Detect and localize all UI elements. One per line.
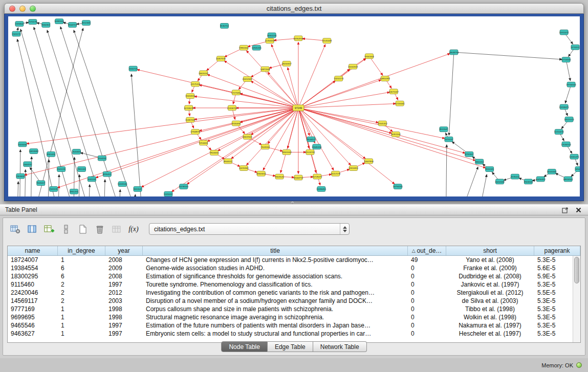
column-header-short[interactable]: short — [446, 246, 534, 255]
table-cell: Jankovic et al. (1997) — [446, 281, 534, 288]
chevron-up-icon — [343, 226, 347, 229]
svg-text:16648794: 16648794 — [449, 51, 459, 54]
table-row[interactable]: 1830029562008Estimation of significance … — [8, 272, 580, 280]
table-cell: Corpus callosum shape and size in male p… — [143, 305, 408, 313]
function-builder-icon[interactable]: f(x) — [127, 223, 140, 235]
svg-text:19416921: 19416921 — [185, 95, 195, 97]
table-cell: 0 — [408, 297, 446, 304]
column-header-year[interactable]: year — [105, 246, 143, 255]
table-selector-combo[interactable]: citations_edges.txt — [149, 223, 350, 235]
table-cell: Embryonic stem cells: a model to study s… — [143, 330, 408, 337]
table-row[interactable]: 911546021997Tourette syndrome. Phenomeno… — [8, 280, 580, 289]
combo-stepper-icon[interactable] — [340, 224, 349, 234]
svg-text:7679197: 7679197 — [445, 138, 453, 141]
svg-text:15184451: 15184451 — [316, 188, 326, 190]
svg-text:14850393: 14850393 — [380, 77, 390, 80]
column-header-name[interactable]: name — [8, 246, 58, 255]
svg-text:17275811: 17275811 — [231, 92, 241, 94]
svg-text:2060591: 2060591 — [24, 163, 32, 166]
svg-text:10220341: 10220341 — [239, 167, 249, 169]
svg-text:3012405: 3012405 — [82, 21, 91, 24]
svg-text:1590842: 1590842 — [15, 23, 24, 25]
table-row[interactable]: 1938455462009Genome-wide association stu… — [8, 264, 580, 272]
table-cell: Tibbo et al. (1998) — [446, 305, 534, 313]
svg-text:8561420: 8561420 — [47, 153, 55, 156]
svg-text:15958471: 15958471 — [559, 106, 570, 108]
create-column-icon[interactable] — [43, 223, 55, 235]
column-header-out_de[interactable]: △out_de… — [408, 246, 446, 255]
delete-column-icon[interactable] — [60, 223, 72, 235]
table-row[interactable]: 977716911998Corpus callosum shape and si… — [8, 305, 580, 313]
show-columns-icon[interactable] — [26, 223, 38, 235]
svg-text:9530494: 9530494 — [232, 122, 241, 125]
network-window: citations_edges.txt 11545408169649501226… — [4, 3, 584, 201]
svg-text:8130714: 8130714 — [220, 25, 229, 27]
table-cell: 1998 — [105, 314, 143, 321]
svg-text:14407034: 14407034 — [216, 57, 226, 60]
svg-text:16901231: 16901231 — [267, 34, 277, 37]
svg-text:20012061: 20012061 — [243, 78, 253, 80]
undock-panel-icon[interactable] — [560, 206, 570, 214]
svg-text:9245012: 9245012 — [164, 193, 173, 195]
table-cell: Changes of HCN gene expression and I(f) … — [143, 256, 408, 264]
delete-table-icon[interactable] — [94, 223, 106, 235]
table-cell: 1997 — [105, 322, 143, 329]
tab-node-table[interactable]: Node Table — [221, 341, 268, 352]
table-cell: 2008 — [105, 256, 143, 264]
close-window-icon[interactable] — [9, 6, 15, 12]
network-canvas[interactable]: 1154540816964950122640531986160214407034… — [8, 16, 580, 196]
tab-network-table[interactable]: Network Table — [313, 341, 367, 352]
table-toolbar: f(x) — [9, 222, 140, 236]
svg-text:15345194: 15345194 — [312, 146, 322, 148]
tab-edge-table[interactable]: Edge Table — [268, 341, 313, 352]
import-table-icon[interactable] — [111, 223, 123, 235]
svg-text:1861205: 1861205 — [70, 190, 78, 193]
minimize-window-icon[interactable] — [19, 6, 26, 12]
table-settings-icon[interactable] — [9, 223, 21, 235]
scrollbar-thumb[interactable] — [574, 257, 579, 283]
table-cell: 0 — [408, 289, 446, 296]
column-header-pagerank[interactable]: pagerank — [534, 246, 580, 255]
table-panel-body: f(x) citations_edges.txt namein_degreeye… — [3, 217, 585, 356]
svg-text:9105034: 9105034 — [18, 143, 27, 146]
table-row[interactable]: 946554611997Estimation of the future num… — [8, 321, 580, 330]
svg-text:16619501: 16619501 — [243, 136, 253, 138]
svg-text:3104205: 3104205 — [98, 157, 106, 160]
svg-text:16412032: 16412032 — [495, 181, 505, 183]
table-row[interactable]: 2242004622012Investigating the contribut… — [8, 289, 580, 297]
svg-text:9064301: 9064301 — [41, 24, 50, 26]
table-row[interactable]: 1456911722003Disruption of a novel membe… — [8, 297, 580, 305]
table-row[interactable]: 1872400712008Changes of HCN gene express… — [8, 256, 580, 264]
vertical-scrollbar[interactable] — [573, 256, 580, 342]
table-cell: 9777169 — [8, 305, 58, 313]
svg-text:10743070: 10743070 — [184, 107, 194, 110]
new-file-icon[interactable] — [77, 223, 89, 235]
svg-text:15524741: 15524741 — [305, 151, 315, 154]
window-title: citations_edges.txt — [5, 5, 583, 12]
table-cell: Dudbridge et al. (2008) — [446, 273, 534, 280]
zoom-window-icon[interactable] — [30, 6, 36, 12]
svg-text:8512047: 8512047 — [440, 128, 448, 131]
column-header-in_degree[interactable]: in_degree — [58, 246, 105, 255]
svg-text:18301002: 18301002 — [282, 151, 292, 154]
table-cell: 0 — [408, 265, 446, 272]
table-cell: 0 — [408, 281, 446, 288]
table-cell: 0 — [408, 305, 446, 313]
table-cell: 2 — [58, 281, 105, 288]
table-cell: Hescheler et al. (1997) — [446, 330, 534, 337]
table-cell: 9699695 — [8, 314, 58, 321]
svg-text:2620659: 2620659 — [72, 150, 81, 153]
window-titlebar[interactable]: citations_edges.txt — [4, 3, 584, 14]
table-cell: Disruption of a novel member of a sodium… — [143, 297, 408, 304]
memory-status-label: Memory: OK — [541, 362, 573, 368]
table-row[interactable]: 969969511998Structural magnetic resonanc… — [8, 313, 580, 321]
table-cell: Estimation of significance thresholds fo… — [143, 273, 408, 280]
column-header-title[interactable]: title — [143, 246, 408, 255]
column-label: pagerank — [544, 247, 570, 254]
node-table: namein_degreeyeartitle△out_de…shortpager… — [7, 246, 581, 343]
table-cell: Genome-wide association studies in ADHD. — [143, 265, 408, 272]
table-cell: 1997 — [105, 330, 143, 337]
table-row[interactable]: 946362711997Embryonic stem cells: a mode… — [8, 330, 580, 338]
close-panel-icon[interactable] — [574, 206, 583, 214]
citation-network-graph[interactable]: 1154540816964950122640531986160214407034… — [8, 16, 580, 196]
